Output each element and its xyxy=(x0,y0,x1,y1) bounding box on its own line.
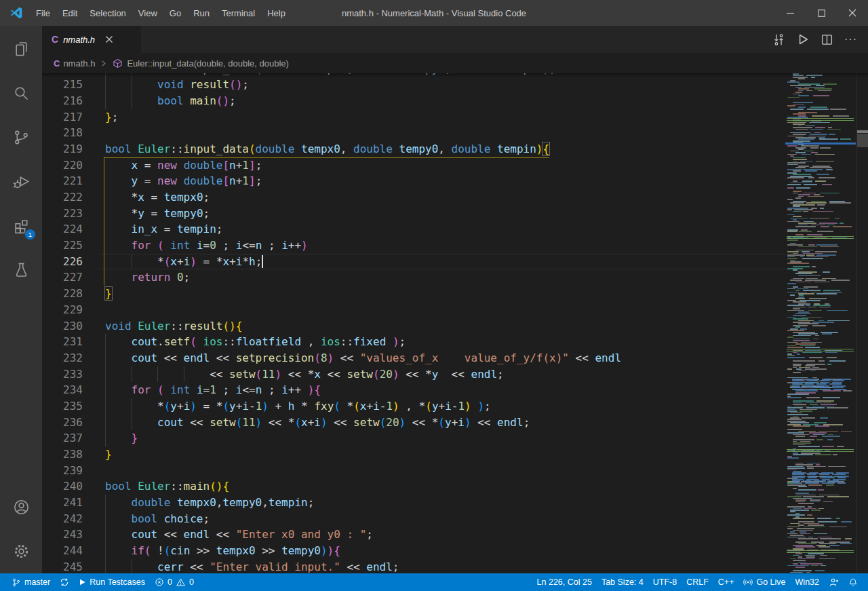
minimize-button[interactable] xyxy=(774,0,806,26)
code-line-219[interactable]: 219bool Euler::input_data(double tempx0,… xyxy=(42,141,868,157)
code-line-245[interactable]: 245 cerr << "Enter valid input." << endl… xyxy=(42,559,868,573)
line-number[interactable]: 234 xyxy=(42,382,83,398)
activitybar-explorer[interactable] xyxy=(0,27,42,71)
line-number[interactable]: 222 xyxy=(42,189,83,206)
code-line-239[interactable]: 239 xyxy=(42,463,868,479)
code-line-244[interactable]: 244 if( !(cin >> tempx0 >> tempy0)){ xyxy=(42,543,868,559)
activitybar-source-control[interactable] xyxy=(0,115,42,159)
split-editor-icon[interactable] xyxy=(821,33,833,46)
code-line-241[interactable]: 241 double tempx0,tempy0,tempin; xyxy=(42,495,868,511)
activitybar-run-and-debug[interactable] xyxy=(0,159,42,204)
line-number[interactable]: 220 xyxy=(42,157,83,174)
line-number[interactable]: 232 xyxy=(42,350,83,366)
menu-item-run[interactable]: Run xyxy=(187,0,216,26)
menu-item-selection[interactable]: Selection xyxy=(83,0,132,26)
more-actions-icon[interactable]: ··· xyxy=(844,33,857,45)
menu-item-go[interactable]: Go xyxy=(163,0,187,26)
line-number[interactable]: 228 xyxy=(42,286,83,302)
sync-button[interactable] xyxy=(55,573,74,591)
maximize-button[interactable] xyxy=(806,0,837,26)
menu-item-file[interactable]: File xyxy=(30,0,56,26)
cursor-position[interactable]: Ln 226, Col 25 xyxy=(532,577,597,587)
run-file-icon[interactable] xyxy=(796,33,810,46)
code-line-229[interactable]: 229 xyxy=(42,302,868,318)
line-number[interactable]: 226 xyxy=(42,254,83,270)
activitybar-extensions[interactable]: 1 xyxy=(0,204,42,248)
code-line-217[interactable]: 217}; xyxy=(42,109,868,126)
language-mode[interactable]: C++ xyxy=(713,577,739,587)
tab-nmath-h[interactable]: C nmath.h xyxy=(42,26,141,53)
line-number[interactable]: 240 xyxy=(42,478,83,495)
menu-item-terminal[interactable]: Terminal xyxy=(216,0,261,26)
line-number[interactable]: 221 xyxy=(42,173,83,189)
code-line-223[interactable]: 223 *y = tempy0; xyxy=(42,206,868,222)
code-line-233[interactable]: 233 << setw(11) << *x << setw(20) << *y … xyxy=(42,366,868,383)
code-line-236[interactable]: 236 cout << setw(11) << *(x+i) << setw(2… xyxy=(42,415,868,431)
line-number[interactable]: 215 xyxy=(42,77,83,93)
line-number[interactable]: 223 xyxy=(42,206,83,222)
code-line-221[interactable]: 221 y = new double[n+1]; xyxy=(42,173,868,189)
open-changes-icon[interactable] xyxy=(772,33,785,46)
code-line-243[interactable]: 243 cout << endl << "Enter x0 and y0 : "… xyxy=(42,527,868,543)
breadcrumb-symbol[interactable]: Euler::input_data(double, double, double… xyxy=(127,58,289,69)
close-window-button[interactable] xyxy=(837,0,868,26)
code-line-228[interactable]: 228} xyxy=(42,286,868,302)
code-line-227[interactable]: 227 return 0; xyxy=(42,269,868,286)
notifications-button[interactable] xyxy=(844,577,863,588)
problems-indicator[interactable]: 0 0 xyxy=(150,573,199,591)
code-line-216[interactable]: 216 bool main(); xyxy=(42,93,868,109)
indentation-setting[interactable]: Tab Size: 4 xyxy=(597,577,648,587)
activitybar-testing[interactable] xyxy=(0,248,42,292)
line-number[interactable]: 238 xyxy=(42,446,83,463)
code-line-220[interactable]: 220 x = new double[n+1]; xyxy=(42,157,868,174)
menu-item-view[interactable]: View xyxy=(132,0,163,26)
breadcrumb-file[interactable]: nmath.h xyxy=(63,58,95,69)
line-number[interactable]: 242 xyxy=(42,511,83,527)
activitybar-accounts[interactable] xyxy=(0,485,42,529)
code-line-235[interactable]: 235 *(y+i) = *(y+i-1) + h * fxy( *(x+i-1… xyxy=(42,398,868,415)
code-line-226[interactable]: 226 *(x+i) = *x+i*h; xyxy=(42,254,868,270)
code-line-230[interactable]: 230void Euler::result(){ xyxy=(42,318,868,335)
line-number[interactable]: 239 xyxy=(42,463,83,479)
line-number[interactable]: 229 xyxy=(42,302,83,318)
code-line-237[interactable]: 237 } xyxy=(42,430,868,446)
line-number[interactable]: 227 xyxy=(42,269,83,286)
code-line-225[interactable]: 225 for ( int i=0 ; i<=n ; i++) xyxy=(42,237,868,254)
code-line-218[interactable]: 218 xyxy=(42,125,868,141)
go-live-button[interactable]: Go Live xyxy=(738,577,790,587)
eol-setting[interactable]: CRLF xyxy=(682,577,713,587)
line-number[interactable]: 236 xyxy=(42,415,83,431)
code-line-224[interactable]: 224 in_x = tempin; xyxy=(42,221,868,237)
line-number[interactable]: 225 xyxy=(42,237,83,254)
minimap[interactable] xyxy=(785,73,856,573)
line-number[interactable]: 219 xyxy=(42,141,83,157)
code-line-232[interactable]: 232 cout << endl << setprecision(8) << "… xyxy=(42,350,868,366)
scrollbar-track[interactable] xyxy=(856,73,868,573)
line-number[interactable]: 245 xyxy=(42,559,83,573)
code-line-238[interactable]: 238} xyxy=(42,446,868,463)
encoding-setting[interactable]: UTF-8 xyxy=(648,577,682,587)
run-testcases-button[interactable]: Run Testcases xyxy=(74,573,150,591)
line-number[interactable]: 244 xyxy=(42,543,83,559)
line-number[interactable]: 224 xyxy=(42,221,83,237)
line-number[interactable]: 235 xyxy=(42,398,83,415)
close-tab-button[interactable] xyxy=(105,35,113,43)
line-number[interactable]: 218 xyxy=(42,125,83,141)
line-number[interactable]: 230 xyxy=(42,318,83,335)
feedback-button[interactable] xyxy=(824,577,844,588)
activitybar-settings[interactable] xyxy=(0,529,42,573)
line-number[interactable]: 217 xyxy=(42,109,83,126)
code-line-242[interactable]: 242 bool choice; xyxy=(42,511,868,527)
code-editor[interactable]: 214 bool input_data(double tempx0, doubl… xyxy=(42,73,868,573)
code-line-231[interactable]: 231 cout.setf( ios::floatfield , ios::fi… xyxy=(42,334,868,350)
code-line-240[interactable]: 240bool Euler::main(){ xyxy=(42,478,868,495)
code-line-234[interactable]: 234 for ( int i=1 ; i<=n ; i++ ){ xyxy=(42,382,868,398)
menu-item-edit[interactable]: Edit xyxy=(56,0,83,26)
line-number[interactable]: 233 xyxy=(42,366,83,383)
platform-indicator[interactable]: Win32 xyxy=(791,577,824,587)
line-number[interactable]: 241 xyxy=(42,495,83,511)
branch-indicator[interactable]: master xyxy=(7,573,55,591)
line-number[interactable]: 231 xyxy=(42,334,83,350)
line-number[interactable]: 216 xyxy=(42,93,83,109)
menu-item-help[interactable]: Help xyxy=(261,0,292,26)
